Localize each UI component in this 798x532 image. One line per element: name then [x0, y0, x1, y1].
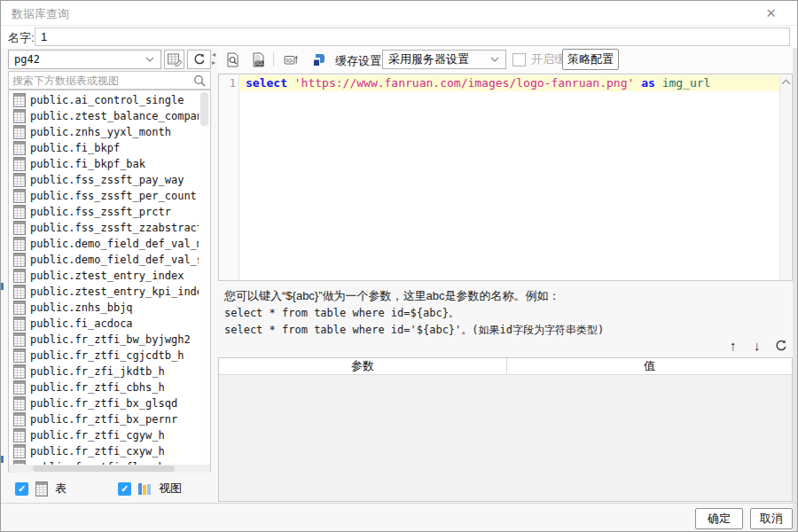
- footer-divider: [1, 503, 797, 504]
- table-name: public.demo_field_def_val_main: [30, 238, 211, 250]
- background-app-sliver-left-1: [1, 283, 4, 290]
- table-sheet-icon: [13, 412, 26, 426]
- policy-config-button[interactable]: 策略配置: [562, 49, 619, 70]
- table-list-item[interactable]: public.fr_ztfi_cbhs_h: [9, 379, 210, 395]
- table-list-horizontal-scrollbar[interactable]: [9, 465, 210, 473]
- view-filter: ✓ 视图: [118, 481, 182, 497]
- refresh-params-button[interactable]: [774, 339, 788, 356]
- database-query-dialog: 数据库查询 × 名字: pg42 ◂ ▸: [0, 0, 798, 532]
- check-icon: ✓: [121, 483, 129, 495]
- table-sheet-icon: [13, 332, 26, 347]
- table-list-item[interactable]: public.fss_zssft_pay_way: [9, 172, 210, 188]
- table-name: public.fi_bkpf: [30, 142, 120, 154]
- table-sheet-icon: [13, 444, 26, 458]
- splitter-right-icon: ▸: [212, 59, 217, 66]
- table-list-item[interactable]: public.fr_ztfi_cgjcdtb_h: [9, 348, 210, 364]
- table-list-item[interactable]: public.fi_bkpf_bak: [9, 156, 210, 172]
- view-filter-label: 视图: [159, 481, 182, 497]
- svg-text:SQL: SQL: [286, 59, 294, 63]
- table-list-item[interactable]: public.fss_zssft_prctr: [9, 204, 210, 220]
- editor-scrollbar[interactable]: [779, 75, 791, 280]
- table-name: public.ztest_balance_company: [30, 110, 209, 122]
- format-icon: [311, 52, 326, 67]
- refresh-icon: [774, 339, 788, 353]
- table-sheet-icon: [13, 317, 26, 331]
- table-list-item[interactable]: public.fr_ztfi_bx_glsqd: [9, 395, 210, 411]
- table-name: public.fr_ztfi_cxyw_h: [30, 445, 165, 458]
- table-list-item[interactable]: public.fi_acdoca: [9, 316, 210, 332]
- table-list-item[interactable]: public.ztest_entry_index: [9, 268, 210, 284]
- table-sheet-icon: [13, 109, 26, 123]
- editor-gutter: 1: [219, 74, 239, 280]
- table-list-item[interactable]: public.fss_zssft_per_count: [9, 188, 210, 204]
- table-filter-checkbox[interactable]: ✓: [15, 482, 28, 496]
- table-sheet-icon: [13, 396, 26, 411]
- table-name: public.ztest_entry_kpi_index: [30, 286, 209, 298]
- import-sql-button[interactable]: SQL: [281, 50, 301, 69]
- ok-label: 确定: [708, 511, 731, 527]
- table-list-item[interactable]: public.fr_ztfi_bx_pernr: [9, 411, 210, 427]
- table-sheet-icon: [13, 125, 26, 139]
- table-list-item[interactable]: public.fr_zfi_jkdtb_h: [9, 364, 210, 379]
- table-filter: ✓ 表: [15, 481, 66, 497]
- table-list-item[interactable]: public.fr_ztfi_cxyw_h: [9, 443, 210, 459]
- connection-dropdown[interactable]: pg42: [8, 50, 161, 69]
- export-sql-button[interactable]: SQL: [248, 50, 268, 69]
- cache-mode-dropdown[interactable]: 采用服务器设置: [382, 50, 506, 69]
- chevron-up-icon: [781, 79, 791, 85]
- view-filter-icon: [137, 482, 153, 496]
- hint-line-3: select * from table where id='${abc}'。(如…: [224, 323, 604, 338]
- table-sheet-icon: [13, 141, 26, 155]
- table-sheet-icon: [13, 301, 26, 315]
- line-number: 1: [219, 77, 236, 90]
- table-list-item[interactable]: public.demo_field_def_val_main: [9, 236, 210, 252]
- param-column-header[interactable]: 参数: [219, 358, 507, 374]
- panel-splitter[interactable]: ◂ ▸: [212, 51, 217, 66]
- table-list-item[interactable]: public.fr_ztfi_cgyw_h: [9, 427, 210, 443]
- table-name: public.fss_zssft_prctr: [30, 206, 171, 218]
- edit-connection-button[interactable]: [164, 50, 184, 69]
- table-list-item[interactable]: public.ztest_entry_kpi_index: [9, 284, 210, 300]
- sql-editor[interactable]: 1 select 'https://www.fanruan.com/images…: [218, 74, 793, 281]
- dialog-title: 数据库查询: [12, 6, 69, 22]
- table-list-item[interactable]: public.znhs_bbjq: [9, 300, 210, 316]
- name-input[interactable]: [35, 27, 790, 46]
- search-input[interactable]: [9, 72, 192, 89]
- table-name: public.fr_ztfi_bw_byjwgh2: [30, 333, 191, 346]
- table-list: public.ai_control_single public.ztest_ba…: [8, 90, 211, 473]
- table-list-item[interactable]: public.znhs_yyxl_month: [9, 124, 210, 140]
- enable-cache-checkbox[interactable]: [512, 53, 526, 66]
- cache-settings-label: 缓存设置: [335, 53, 381, 69]
- preview-button[interactable]: [223, 50, 242, 69]
- table-list-item[interactable]: public.fss_zssft_zzabstract: [9, 220, 210, 236]
- sql-alias: img_url: [662, 76, 711, 90]
- table-name: public.ztest_entry_index: [30, 270, 184, 282]
- table-name: public.fr_ztfi_cgyw_h: [30, 429, 165, 442]
- hint-line-2: select * from table where id=${abc}。: [224, 306, 459, 321]
- move-down-button[interactable]: ↓: [754, 338, 761, 353]
- table-list-item[interactable]: public.demo_field_def_val_sub: [9, 252, 210, 268]
- sql-keyword: select: [246, 76, 287, 90]
- table-list-vertical-scrollbar[interactable]: [199, 90, 210, 463]
- table-sheet-icon: [13, 237, 26, 251]
- cancel-button[interactable]: 取消: [750, 508, 793, 529]
- table-list-item[interactable]: public.ztest_balance_company: [9, 108, 210, 124]
- format-sql-button[interactable]: [309, 50, 328, 69]
- ok-button[interactable]: 确定: [695, 508, 743, 529]
- table-list-item[interactable]: public.fr_ztfi_bw_byjwgh2: [9, 332, 210, 348]
- move-up-button[interactable]: ↑: [730, 338, 737, 353]
- view-filter-checkbox[interactable]: ✓: [118, 482, 131, 496]
- table-sheet-icon: [13, 173, 26, 187]
- refresh-connection-button[interactable]: [187, 50, 211, 69]
- search-icon: [192, 74, 207, 88]
- table-name: public.znhs_bbjq: [30, 301, 133, 314]
- close-icon[interactable]: ×: [766, 4, 776, 23]
- value-column-header[interactable]: 值: [507, 358, 792, 374]
- table-list-item[interactable]: public.fi_bkpf: [9, 140, 210, 156]
- table-name: public.fss_zssft_per_count: [30, 190, 197, 202]
- background-app-sliver-left-2: [1, 456, 4, 463]
- table-list-item[interactable]: public.ai_control_single: [9, 92, 210, 108]
- horizontal-scroll-thumb[interactable]: [33, 466, 175, 472]
- vertical-scroll-thumb[interactable]: [200, 92, 208, 126]
- doc-sql-icon: SQL: [251, 52, 266, 67]
